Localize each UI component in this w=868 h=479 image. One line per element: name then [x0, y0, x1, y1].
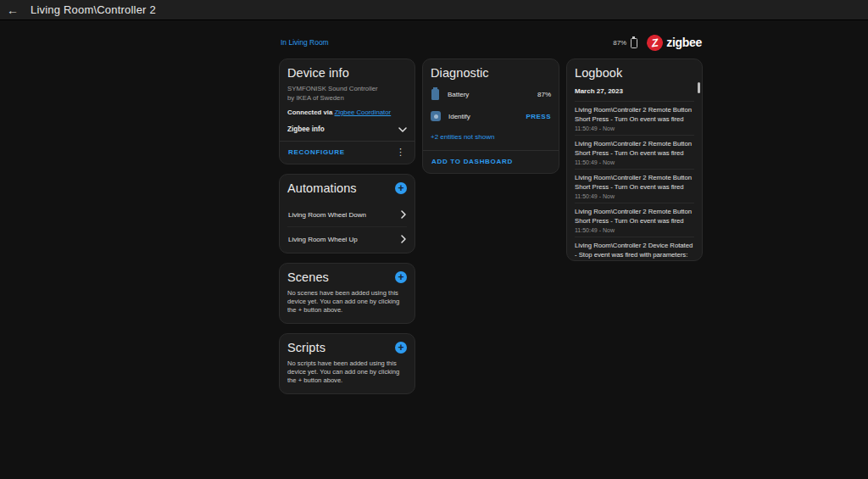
scripts-title: Scripts — [287, 341, 326, 354]
entity-row-identify[interactable]: Identify PRESS — [431, 106, 551, 126]
chevron-down-icon — [398, 127, 407, 132]
zigbee-brand-name: zigbee — [666, 36, 702, 49]
diagnostic-title: Diagnostic — [431, 66, 551, 80]
logbook-scrollbar[interactable] — [698, 82, 700, 93]
connected-via-prefix: Connected via — [287, 109, 332, 116]
back-arrow-icon: ← — [7, 3, 19, 17]
device-info-card: Device info SYMFONISK Sound Controller b… — [279, 58, 415, 164]
logbook-timestamp: 11:50:49 - Now — [575, 125, 694, 131]
device-topbar: In Living Room 87% Z zigbee — [279, 36, 704, 49]
logbook-timestamp: 11:50:49 - Now — [575, 159, 694, 165]
entity-label: Identify — [448, 113, 518, 120]
plus-icon: + — [398, 342, 403, 354]
zigbee-coordinator-link[interactable]: Zigbee Coordinator — [334, 109, 391, 116]
column-3: Logbook March 27, 2023 Living Room\Contr… — [566, 58, 703, 261]
entities-not-shown-link[interactable]: +2 entities not shown — [431, 133, 494, 141]
add-script-button[interactable]: + — [395, 342, 407, 354]
logbook-message: Living Room\Controller 2 Remote Button S… — [575, 140, 694, 158]
logbook-message: Living Room\Controller 2 Remote Button S… — [575, 208, 694, 226]
logbook-entries: Living Room\Controller 2 Remote Button S… — [575, 102, 694, 261]
device-model: SYMFONISK Sound Controller — [287, 85, 407, 94]
battery-entity-icon — [431, 89, 439, 100]
logbook-timestamp: 11:50:49 - Now — [575, 193, 694, 199]
area-link[interactable]: In Living Room — [281, 38, 329, 47]
plus-icon: + — [398, 271, 403, 283]
logbook-entry[interactable]: Living Room\Controller 2 Remote Button S… — [575, 170, 694, 203]
logbook-message: Living Room\Controller 2 Remote Button S… — [575, 174, 694, 192]
logbook-entry[interactable]: Living Room\Controller 2 Remote Button S… — [575, 136, 694, 170]
add-scene-button[interactable]: + — [395, 271, 407, 283]
column-1: Device info SYMFONISK Sound Controller b… — [279, 58, 415, 404]
diagnostic-footer: ADD TO DASHBOARD — [423, 150, 559, 173]
overflow-menu-button[interactable]: ⋮ — [394, 147, 407, 158]
device-page-content: In Living Room 87% Z zigbee Device info … — [279, 36, 704, 404]
automation-label: Living Room Wheel Down — [288, 211, 366, 219]
entity-label: Battery — [448, 91, 530, 98]
automation-row-wheel-down[interactable]: Living Room Wheel Down — [287, 203, 407, 226]
connected-via: Connected via Zigbee Coordinator — [287, 109, 407, 116]
device-status: 87% Z zigbee — [613, 35, 702, 51]
plus-icon: + — [398, 182, 403, 194]
scenes-title: Scenes — [287, 270, 329, 284]
entity-row-battery[interactable]: Battery 87% — [431, 84, 551, 104]
automation-row-wheel-up[interactable]: Living Room Wheel Up — [287, 226, 407, 251]
entity-value: 87% — [537, 91, 551, 98]
page-title: Living Room\Controller 2 — [31, 3, 156, 16]
chevron-right-icon — [401, 210, 406, 219]
scripts-empty-text: No scripts have been added using this de… — [287, 359, 409, 393]
battery-percent-label: 87% — [613, 39, 626, 47]
back-button[interactable]: ← — [0, 0, 25, 20]
add-to-dashboard-button[interactable]: ADD TO DASHBOARD — [431, 156, 514, 167]
logbook-entry[interactable]: Living Room\Controller 2 Remote Button S… — [575, 203, 694, 237]
scenes-empty-text: No scenes have been added using this dev… — [287, 289, 409, 323]
logbook-message: Living Room\Controller 2 Remote Button S… — [575, 106, 694, 124]
logbook-message: Living Room\Controller 2 Device Rotated … — [575, 242, 694, 259]
card-columns: Device info SYMFONISK Sound Controller b… — [279, 58, 704, 404]
press-button[interactable]: PRESS — [526, 113, 551, 120]
scripts-card: Scripts + No scripts have been added usi… — [279, 333, 415, 394]
automations-card: Automations + Living Room Wheel Down Liv… — [279, 174, 415, 253]
device-info-title: Device info — [287, 66, 407, 80]
logbook-card: Logbook March 27, 2023 Living Room\Contr… — [566, 58, 703, 261]
device-manufacturer: by IKEA of Sweden — [287, 94, 407, 103]
reconfigure-button[interactable]: RECONFIGURE — [287, 147, 346, 158]
chevron-right-icon — [401, 235, 406, 243]
overflow-menu-icon: ⋮ — [396, 147, 405, 157]
scenes-card: Scenes + No scenes have been added using… — [279, 263, 415, 324]
app-header: ← Living Room\Controller 2 — [0, 0, 868, 20]
logbook-timestamp: 11:50:49 - Now — [575, 227, 694, 233]
logbook-entry[interactable]: Living Room\Controller 2 Device Rotated … — [575, 237, 694, 261]
zigbee-info-label: Zigbee info — [287, 125, 325, 133]
column-2: Diagnostic Battery 87% Identify PRESS — [422, 58, 559, 183]
zigbee-info-expander[interactable]: Zigbee info — [287, 125, 407, 133]
logbook-entry[interactable]: Living Room\Controller 2 Remote Button S… — [575, 102, 694, 136]
add-automation-button[interactable]: + — [395, 182, 407, 194]
logbook-date-header: March 27, 2023 — [575, 87, 694, 102]
battery-icon — [631, 38, 637, 48]
identify-entity-icon — [431, 111, 441, 121]
automation-label: Living Room Wheel Up — [288, 236, 358, 243]
zigbee-brand-icon: Z — [646, 33, 664, 51]
zigbee-logo: Z zigbee — [647, 35, 702, 51]
logbook-title: Logbook — [575, 66, 694, 80]
automations-title: Automations — [287, 181, 357, 195]
diagnostic-card: Diagnostic Battery 87% Identify PRESS — [422, 58, 559, 174]
device-info-footer: RECONFIGURE ⋮ — [280, 141, 415, 164]
